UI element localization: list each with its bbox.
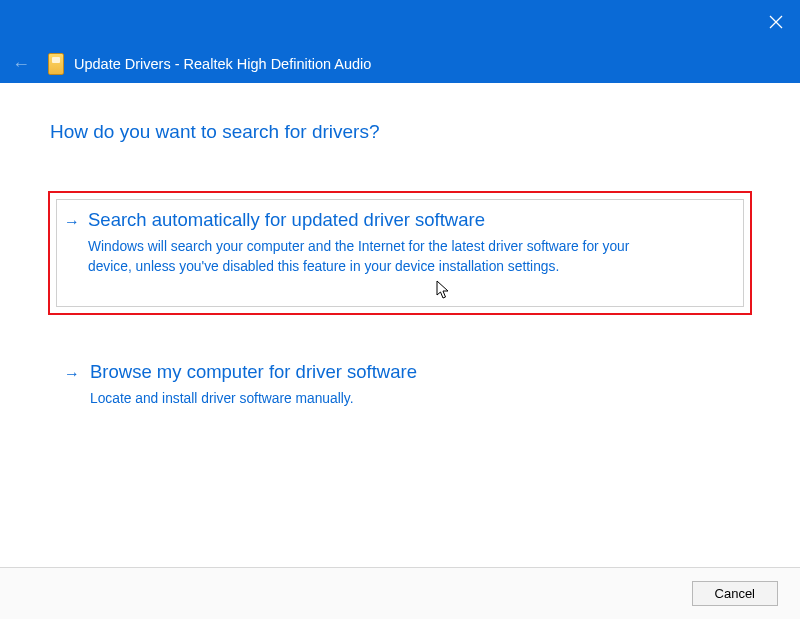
option-title: Browse my computer for driver software xyxy=(90,361,730,383)
option-description: Windows will search your computer and th… xyxy=(88,237,648,277)
titlebar xyxy=(0,0,800,45)
option-description: Locate and install driver software manua… xyxy=(90,389,650,409)
device-icon xyxy=(48,53,64,75)
close-icon xyxy=(769,15,783,29)
back-arrow-icon[interactable]: ← xyxy=(12,55,30,73)
arrow-right-icon: → xyxy=(64,213,80,231)
content-area: How do you want to search for drivers? →… xyxy=(0,83,800,431)
header-row: ← Update Drivers - Realtek High Definiti… xyxy=(0,45,800,83)
page-heading: How do you want to search for drivers? xyxy=(50,121,750,143)
arrow-right-icon: → xyxy=(64,365,80,383)
footer: Cancel xyxy=(0,567,800,619)
option-title: Search automatically for updated driver … xyxy=(88,209,732,231)
cancel-button[interactable]: Cancel xyxy=(692,581,778,606)
option-search-automatically[interactable]: → Search automatically for updated drive… xyxy=(48,191,752,315)
close-button[interactable] xyxy=(764,10,788,34)
option-browse-computer[interactable]: → Browse my computer for driver software… xyxy=(50,343,750,431)
window-title: Update Drivers - Realtek High Definition… xyxy=(74,56,371,72)
